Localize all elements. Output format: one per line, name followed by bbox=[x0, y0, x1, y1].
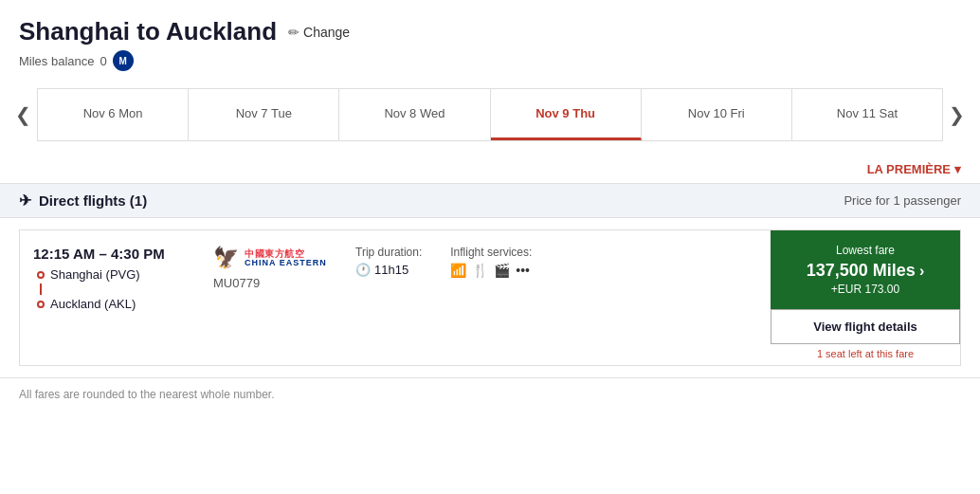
airline-logo: 🦅 中國東方航空 CHINA EASTERN bbox=[213, 246, 327, 270]
date-label-3: Nov 9 Thu bbox=[535, 106, 595, 120]
date-tab-0[interactable]: Nov 6 Mon bbox=[38, 89, 189, 140]
flight-times: 12:15 AM – 4:30 PM Shanghai (PVG) Auckla… bbox=[33, 246, 185, 311]
origin-dot bbox=[37, 271, 45, 279]
airline-english: CHINA EASTERN bbox=[245, 259, 327, 268]
date-label-0: Nov 6 Mon bbox=[83, 106, 143, 120]
wifi-icon: 📶 bbox=[450, 263, 466, 278]
destination-label: Auckland (AKL) bbox=[50, 297, 136, 311]
duration-label: Trip duration: bbox=[355, 246, 422, 259]
route-line bbox=[40, 284, 42, 295]
airline-chinese: 中國東方航空 bbox=[245, 248, 327, 259]
duration-text: 11h15 bbox=[374, 263, 408, 277]
price-note: Price for 1 passenger bbox=[844, 193, 961, 208]
date-tab-4[interactable]: Nov 10 Fri bbox=[642, 89, 792, 140]
cabin-label: LA PREMIÈRE bbox=[867, 162, 951, 176]
lowest-fare-eur: +EUR 173.00 bbox=[831, 283, 899, 296]
date-nav: ❮ Nov 6 Mon Nov 7 Tue Nov 8 Wed Nov 9 Th… bbox=[0, 79, 980, 151]
inflight-services: Inflight services: 📶 🍴 🎬 ••• bbox=[450, 246, 532, 278]
trip-duration: Trip duration: 🕐 11h15 bbox=[355, 246, 422, 277]
more-icon: ••• bbox=[516, 263, 530, 278]
lowest-fare-label: Lowest fare bbox=[836, 244, 895, 257]
entertainment-icon: 🎬 bbox=[494, 263, 510, 278]
route-stops: Shanghai (PVG) Auckland (AKL) bbox=[33, 267, 185, 311]
date-tab-3[interactable]: Nov 9 Thu bbox=[491, 89, 642, 140]
miles-value: 137,500 Miles bbox=[807, 261, 916, 281]
airline-info: 🦅 中國東方航空 CHINA EASTERN MU0779 bbox=[213, 246, 327, 290]
inflight-label: Inflight services: bbox=[450, 246, 532, 259]
route-title: Shanghai to Auckland bbox=[19, 17, 277, 46]
clock-icon: 🕐 bbox=[355, 263, 371, 277]
page-wrapper: Shanghai to Auckland ✏ Change Miles bala… bbox=[0, 0, 980, 494]
lowest-fare-box[interactable]: Lowest fare 137,500 Miles › +EUR 173.00 bbox=[771, 230, 960, 309]
miles-icon: M bbox=[113, 50, 134, 71]
trip-details: Trip duration: 🕐 11h15 Inflight services… bbox=[355, 246, 532, 278]
duration-value: 🕐 11h15 bbox=[355, 263, 422, 277]
prev-date-button[interactable]: ❮ bbox=[9, 103, 37, 126]
date-tab-2[interactable]: Nov 8 Wed bbox=[339, 89, 490, 140]
fare-arrow-icon: › bbox=[919, 263, 924, 280]
section-title-group: ✈ Direct flights (1) bbox=[19, 192, 147, 210]
flight-card: 12:15 AM – 4:30 PM Shanghai (PVG) Auckla… bbox=[19, 229, 961, 366]
flight-number: MU0779 bbox=[213, 276, 260, 290]
header: Shanghai to Auckland ✏ Change Miles bala… bbox=[0, 0, 980, 79]
date-label-4: Nov 10 Fri bbox=[688, 106, 745, 120]
seat-warning: 1 seat left at this fare bbox=[771, 344, 960, 365]
miles-balance-row: Miles balance 0 M bbox=[19, 50, 961, 71]
next-date-button[interactable]: ❯ bbox=[943, 103, 971, 126]
plane-icon: ✈ bbox=[19, 192, 31, 210]
cabin-button[interactable]: LA PREMIÈRE ▾ bbox=[867, 162, 961, 176]
services-icons: 📶 🍴 🎬 ••• bbox=[450, 263, 532, 278]
origin-label: Shanghai (PVG) bbox=[50, 267, 140, 282]
meal-icon: 🍴 bbox=[472, 263, 488, 278]
date-tab-1[interactable]: Nov 7 Tue bbox=[189, 89, 339, 140]
section-header: ✈ Direct flights (1) Price for 1 passeng… bbox=[0, 183, 980, 218]
change-label: Change bbox=[303, 25, 350, 40]
chevron-down-icon: ▾ bbox=[954, 162, 961, 176]
footer-note: All fares are rounded to the nearest who… bbox=[0, 377, 980, 411]
date-tabs: Nov 6 Mon Nov 7 Tue Nov 8 Wed Nov 9 Thu … bbox=[37, 88, 943, 141]
flight-info: 12:15 AM – 4:30 PM Shanghai (PVG) Auckla… bbox=[20, 230, 771, 365]
date-label-2: Nov 8 Wed bbox=[384, 106, 445, 120]
lowest-fare-miles: 137,500 Miles › bbox=[807, 261, 924, 281]
change-link[interactable]: ✏ Change bbox=[288, 25, 350, 40]
miles-icon-inner: M bbox=[119, 56, 127, 66]
view-flight-details-button[interactable]: View flight details bbox=[771, 309, 960, 344]
date-tab-5[interactable]: Nov 11 Sat bbox=[792, 89, 942, 140]
airline-text: 中國東方航空 CHINA EASTERN bbox=[245, 248, 327, 268]
miles-balance-value: 0 bbox=[100, 54, 107, 68]
date-label-5: Nov 11 Sat bbox=[837, 106, 898, 120]
route-title-row: Shanghai to Auckland ✏ Change bbox=[19, 17, 961, 46]
miles-balance-label: Miles balance bbox=[19, 54, 95, 68]
cabin-selector: LA PREMIÈRE ▾ bbox=[0, 151, 980, 183]
origin-row: Shanghai (PVG) bbox=[37, 267, 185, 282]
section-title: Direct flights (1) bbox=[39, 192, 147, 209]
price-box: Lowest fare 137,500 Miles › +EUR 173.00 … bbox=[771, 230, 960, 365]
time-range: 12:15 AM – 4:30 PM bbox=[33, 246, 185, 262]
destination-row: Auckland (AKL) bbox=[37, 297, 185, 311]
date-label-1: Nov 7 Tue bbox=[236, 106, 292, 120]
pencil-icon: ✏ bbox=[288, 25, 299, 40]
airline-bird-icon: 🦅 bbox=[213, 246, 239, 270]
destination-dot bbox=[37, 301, 45, 308]
